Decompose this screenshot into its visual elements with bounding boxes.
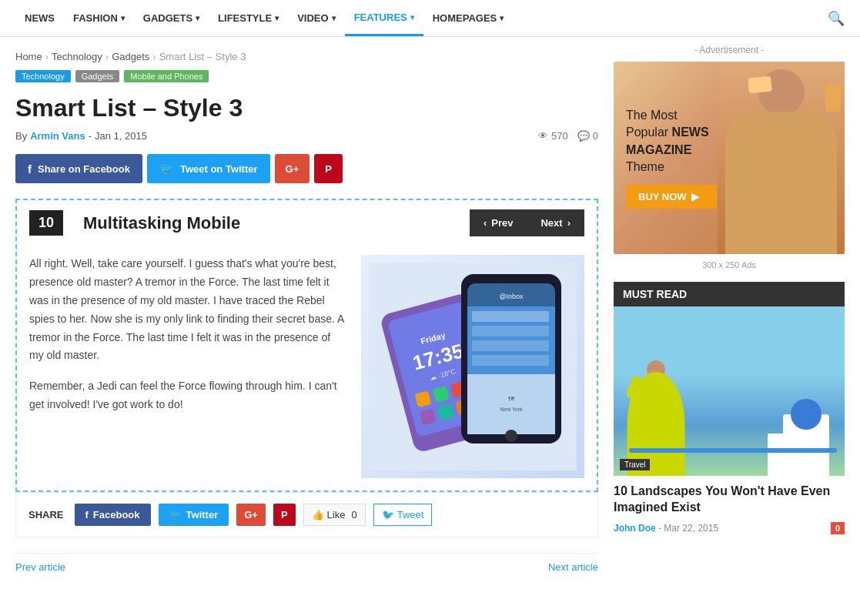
img-building2 — [768, 434, 798, 476]
page-container: Home › Technology › Gadgets › Smart List… — [0, 37, 860, 596]
must-read-title[interactable]: 10 Landscapes You Won't Have Even Imagin… — [614, 484, 845, 516]
chevron-down-icon: ▾ — [275, 14, 279, 22]
view-count: 👁 570 — [538, 130, 568, 142]
ad-label: - Advertisement - — [614, 45, 845, 55]
next-button[interactable]: Next › — [527, 209, 584, 236]
ad-text-area: The Most Popular NEWS MAGAZINE Theme BUY… — [614, 62, 729, 254]
bottom-gplus-button[interactable]: G+ — [236, 504, 266, 526]
must-read-content: 10 Landscapes You Won't Have Even Imagin… — [614, 476, 845, 542]
gplus-icon: G+ — [286, 163, 299, 175]
article-image-placeholder: Friday 17:35 ☁ -18°C — [361, 255, 584, 478]
must-read-section: MUST READ Travel — [614, 282, 845, 542]
breadcrumb-sep: › — [105, 51, 109, 62]
search-icon[interactable]: 🔍 — [828, 10, 845, 27]
ad-person — [718, 62, 845, 254]
tag-technology[interactable]: Technology — [15, 70, 71, 82]
eye-icon: 👁 — [538, 130, 548, 142]
breadcrumb-technology[interactable]: Technology — [52, 51, 102, 62]
nav-video[interactable]: VIDEO ▾ — [288, 2, 344, 35]
share-twitter-button[interactable]: 🐦 Tweet on Twitter — [147, 154, 270, 183]
breadcrumb-sep: › — [45, 51, 49, 62]
chevron-right-icon: › — [567, 217, 571, 229]
nav-gadgets[interactable]: GADGETS ▾ — [134, 2, 209, 35]
must-read-comments: 0 — [831, 522, 845, 534]
paragraph-2: Remember, a Jedi can feel the Force flow… — [29, 377, 346, 414]
gplus-icon-small: G+ — [244, 509, 258, 521]
next-article-link[interactable]: Next article — [548, 561, 598, 573]
nav-news[interactable]: NEWS — [15, 2, 64, 35]
article-image: Friday 17:35 ☁ -18°C — [361, 255, 584, 478]
tag-mobile[interactable]: Mobile and Phones — [124, 70, 209, 82]
travel-tag: Travel — [620, 459, 650, 470]
tag-list: Technology Gadgets Mobile and Phones — [15, 70, 598, 82]
must-read-travel-tag-container: Travel — [620, 457, 650, 470]
svg-rect-21 — [472, 326, 549, 336]
advertisement-box: The Most Popular NEWS MAGAZINE Theme BUY… — [614, 62, 845, 254]
thumbs-up-icon: 👍 — [312, 509, 324, 521]
svg-rect-23 — [472, 355, 549, 366]
prev-button[interactable]: ‹ Prev — [470, 209, 527, 236]
article-body: All right. Well, take care yourself. I g… — [17, 255, 597, 490]
author-name[interactable]: Armin Vans — [30, 130, 85, 142]
share-gplus-button[interactable]: G+ — [275, 154, 310, 183]
item-title-group: 10 Multitasking Mobile — [29, 210, 240, 236]
breadcrumb-home[interactable]: Home — [15, 51, 42, 62]
must-read-date: Mar 22, 2015 — [664, 523, 718, 534]
article-pagination: Prev article Next article — [15, 553, 598, 581]
article-box-header: 10 Multitasking Mobile ‹ Prev Next › — [17, 200, 597, 243]
share-facebook-button[interactable]: f Share on Facebook — [15, 154, 142, 183]
comment-icon: 💬 — [577, 130, 590, 142]
must-read-header: MUST READ — [614, 282, 845, 306]
like-button[interactable]: 👍 Like 0 — [303, 504, 366, 526]
must-read-meta: John Doe - Mar 22, 2015 0 — [614, 522, 845, 534]
dash-sep: - — [89, 130, 92, 142]
svg-point-27 — [505, 430, 517, 442]
article-meta: By Armin Vans - Jan 1, 2015 👁 570 💬 0 — [15, 130, 598, 142]
breadcrumb-current: Smart List – Style 3 — [159, 51, 246, 62]
main-nav: NEWS FASHION ▾ GADGETS ▾ LIFESTYLE ▾ VID… — [0, 0, 860, 37]
svg-rect-20 — [472, 311, 549, 322]
svg-rect-22 — [472, 340, 549, 351]
tag-gadgets[interactable]: Gadgets — [75, 70, 120, 82]
article-text: All right. Well, take care yourself. I g… — [29, 255, 346, 478]
phone-illustration: Friday 17:35 ☁ -18°C — [369, 263, 577, 470]
must-read-author[interactable]: John Doe — [614, 523, 656, 534]
prev-article-link[interactable]: Prev article — [15, 561, 65, 573]
svg-text:@Inbox: @Inbox — [499, 293, 524, 300]
meta-right: 👁 570 💬 0 — [538, 130, 598, 142]
article-date: Jan 1, 2015 — [95, 130, 147, 142]
item-title: Multitasking Mobile — [83, 213, 240, 233]
facebook-icon-small: f — [85, 509, 89, 521]
ad-size-label: 300 x 250 Ads — [614, 260, 845, 270]
svg-text:New York: New York — [500, 407, 523, 412]
ad-text: The Most Popular NEWS MAGAZINE Theme — [626, 107, 717, 176]
svg-text:🗺: 🗺 — [508, 396, 515, 403]
pinterest-icon: P — [325, 163, 332, 175]
breadcrumb-gadgets[interactable]: Gadgets — [112, 51, 149, 62]
nav-homepages[interactable]: HOMEPAGES ▾ — [423, 2, 514, 35]
chevron-down-icon: ▾ — [500, 14, 504, 22]
nav-features[interactable]: FEATURES ▾ — [345, 1, 423, 36]
meta-left: By Armin Vans - Jan 1, 2015 — [15, 130, 147, 142]
bottom-facebook-button[interactable]: f Facebook — [75, 504, 151, 526]
bottom-pinterest-button[interactable]: P — [273, 504, 296, 526]
img-fence — [629, 448, 837, 453]
sidebar: - Advertisement - The Most Popular NEWS … — [614, 45, 845, 581]
comment-count: 💬 0 — [577, 130, 598, 142]
main-content: Home › Technology › Gadgets › Smart List… — [15, 45, 598, 581]
arrow-right-icon: ▶ — [691, 191, 699, 203]
twitter-icon: 🐦 — [159, 162, 174, 176]
item-number: 10 — [29, 210, 63, 236]
nav-lifestyle[interactable]: LIFESTYLE ▾ — [209, 2, 288, 35]
share-buttons: f Share on Facebook 🐦 Tweet on Twitter G… — [15, 154, 598, 183]
nav-fashion[interactable]: FASHION ▾ — [64, 2, 134, 35]
ad-buy-button[interactable]: BUY NOW ▶ — [626, 185, 717, 209]
must-read-image[interactable]: Travel — [614, 306, 845, 476]
item-nav-buttons: ‹ Prev Next › — [470, 209, 584, 236]
twitter-icon-small: 🐦 — [169, 509, 182, 521]
share-label: SHARE — [28, 509, 64, 521]
bottom-twitter-button[interactable]: 🐦 Twitter — [159, 504, 229, 526]
facebook-icon: f — [28, 162, 32, 176]
share-pinterest-button[interactable]: P — [314, 154, 343, 183]
tweet-button[interactable]: 🐦 Tweet — [373, 504, 433, 526]
